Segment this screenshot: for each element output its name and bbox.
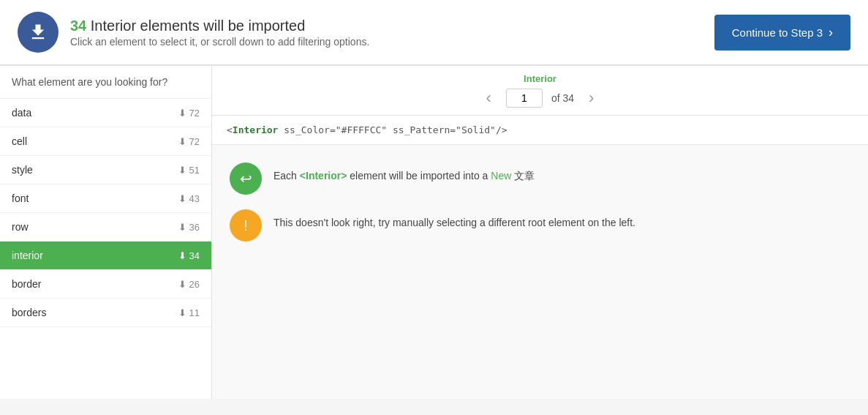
download-icon: ⬇ xyxy=(178,307,186,318)
xml-val2: "Solid" xyxy=(456,124,496,135)
page-number-input[interactable] xyxy=(506,89,543,108)
xml-preview-row: <Interior ss_Color="#FFFFCC" ss_Pattern=… xyxy=(212,116,868,145)
info-text-middle: element will be imported into a xyxy=(347,170,491,182)
sidebar-item-cell-label: cell xyxy=(12,135,27,147)
interior-tag-label: <Interior> xyxy=(300,170,347,182)
prev-arrow-icon: ‹ xyxy=(486,89,491,107)
sidebar-item-font[interactable]: font ⬇ 43 xyxy=(0,184,211,213)
download-icon: ⬇ xyxy=(178,165,186,176)
import-info-icon: ↩ xyxy=(230,162,262,195)
sidebar-item-style[interactable]: style ⬇ 51 xyxy=(0,156,211,184)
sidebar-item-style-count: ⬇ 51 xyxy=(178,165,200,176)
sidebar-item-font-count: ⬇ 43 xyxy=(178,193,200,204)
xml-attr1: ss_Color= xyxy=(278,124,335,135)
download-icon: ⬇ xyxy=(178,250,186,261)
sidebar-item-cell-count: ⬇ 72 xyxy=(178,136,200,147)
sidebar-item-row-count: ⬇ 36 xyxy=(178,222,200,233)
page-header: 34 Interior elements will be imported Cl… xyxy=(0,0,868,65)
xml-val1: "#FFFFCC" xyxy=(336,124,387,135)
download-icon: ⬇ xyxy=(178,136,186,147)
next-page-button[interactable]: › xyxy=(583,89,600,108)
info-card-warning-text: This doesn't look right, try manually se… xyxy=(273,209,635,228)
info-card-import: ↩ Each <Interior> element will be import… xyxy=(230,162,850,195)
info-card-warning: ! This doesn't look right, try manually … xyxy=(230,209,850,242)
prev-page-button[interactable]: ‹ xyxy=(480,89,497,108)
download-icon: ⬇ xyxy=(178,222,186,233)
header-text-block: 34 Interior elements will be imported Cl… xyxy=(70,18,703,48)
sidebar: What element are you looking for? data ⬇… xyxy=(0,66,212,399)
continue-button-label: Continue to Step 3 xyxy=(732,26,823,39)
nav-controls: ‹ of 34 › xyxy=(227,89,853,108)
return-arrow-icon: ↩ xyxy=(240,170,252,187)
chevron-right-icon: › xyxy=(829,25,833,40)
sidebar-item-cell[interactable]: cell ⬇ 72 xyxy=(0,127,211,156)
sidebar-item-borders-label: borders xyxy=(12,307,46,318)
sidebar-item-border[interactable]: border ⬇ 26 xyxy=(0,270,211,299)
info-card-import-text: Each <Interior> element will be imported… xyxy=(273,162,535,183)
sidebar-item-data-count: ⬇ 72 xyxy=(178,108,200,119)
xml-tag-name: Interior xyxy=(233,124,279,135)
sidebar-item-border-label: border xyxy=(12,278,41,290)
continue-button[interactable]: Continue to Step 3 › xyxy=(714,15,850,51)
info-text-before: Each xyxy=(273,170,300,182)
download-icon: ⬇ xyxy=(178,279,186,290)
info-text-chinese: 文章 xyxy=(511,170,535,182)
xml-bracket-close: /> xyxy=(496,124,507,135)
import-icon xyxy=(18,12,59,53)
sidebar-item-borders-count: ⬇ 11 xyxy=(178,307,200,318)
sidebar-item-font-label: font xyxy=(12,192,29,204)
next-arrow-icon: › xyxy=(589,89,594,107)
nav-element-label: Interior xyxy=(524,73,556,84)
sidebar-item-data[interactable]: data ⬇ 72 xyxy=(0,99,211,127)
header-title-suffix: Interior elements will be imported xyxy=(91,18,305,34)
header-subtitle: Click an element to select it, or scroll… xyxy=(70,36,703,48)
xml-bracket-open: < xyxy=(227,124,233,135)
sidebar-item-row[interactable]: row ⬇ 36 xyxy=(0,213,211,242)
main-layout: What element are you looking for? data ⬇… xyxy=(0,66,868,399)
sidebar-item-border-count: ⬇ 26 xyxy=(178,279,200,290)
import-svg xyxy=(28,22,48,42)
navigation-bar: Interior ‹ of 34 › xyxy=(212,66,868,116)
sidebar-item-style-label: style xyxy=(12,164,33,176)
header-title: 34 Interior elements will be imported xyxy=(70,18,703,34)
page-of-total: of 34 xyxy=(551,92,574,104)
new-label: New xyxy=(491,170,511,182)
info-section: ↩ Each <Interior> element will be import… xyxy=(212,145,868,259)
element-count: 34 xyxy=(70,18,86,34)
sidebar-header: What element are you looking for? xyxy=(0,66,211,99)
sidebar-item-data-label: data xyxy=(12,107,31,119)
download-icon: ⬇ xyxy=(178,108,186,119)
warning-info-icon: ! xyxy=(230,209,262,242)
xml-attr2: ss_Pattern= xyxy=(387,124,456,135)
sidebar-item-row-label: row xyxy=(12,221,29,233)
content-area: Interior ‹ of 34 › <Interior ss_Color="#… xyxy=(212,66,868,399)
sidebar-item-borders[interactable]: borders ⬇ 11 xyxy=(0,299,211,327)
sidebar-item-interior-label: interior xyxy=(12,250,43,261)
exclamation-icon: ! xyxy=(244,217,248,234)
sidebar-item-interior-count: ⬇ 34 xyxy=(178,250,200,261)
download-icon: ⬇ xyxy=(178,193,186,204)
sidebar-item-interior[interactable]: interior ⬇ 34 xyxy=(0,242,211,270)
